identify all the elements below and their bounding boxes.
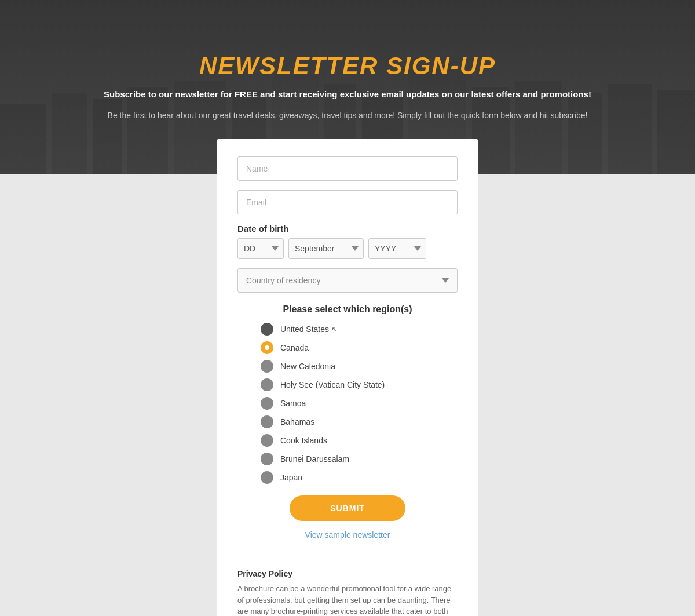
region-label: Cook Islands xyxy=(280,436,327,445)
signup-form-card: Date of birth DD 123 JanuaryFebruaryMarc… xyxy=(217,139,478,616)
hero-title: NEWSLETTER SIGN-UP xyxy=(104,52,591,80)
region-item[interactable]: Cook Islands xyxy=(261,434,458,447)
radio-circle xyxy=(261,341,273,354)
cursor-indicator: ↖ xyxy=(331,325,338,334)
radio-circle xyxy=(261,434,273,447)
hero-subtitle: Subscribe to our newsletter for FREE and… xyxy=(104,88,591,101)
radio-circle xyxy=(261,415,273,428)
email-input[interactable] xyxy=(237,190,458,214)
country-select[interactable]: Country of residency xyxy=(237,268,458,293)
region-item[interactable]: Samoa xyxy=(261,397,458,410)
region-item[interactable]: United States↖ xyxy=(261,323,458,336)
dob-day-select[interactable]: DD 123 xyxy=(237,238,284,259)
privacy-text: A brochure can be a wonderful promotiona… xyxy=(237,583,458,616)
dob-group: Date of birth DD 123 JanuaryFebruaryMarc… xyxy=(237,224,458,259)
chevron-down-icon xyxy=(442,278,449,283)
radio-circle xyxy=(261,323,273,336)
region-label: Holy See (Vatican City State) xyxy=(280,380,385,389)
region-item[interactable]: Bahamas xyxy=(261,415,458,428)
hero-description: Be the first to hear about our great tra… xyxy=(104,110,591,122)
email-field-group xyxy=(237,190,458,214)
region-item[interactable]: Japan xyxy=(261,471,458,484)
region-label: Canada xyxy=(280,343,309,352)
dob-selects: DD 123 JanuaryFebruaryMarch AprilMayJune… xyxy=(237,238,458,259)
radio-circle xyxy=(261,397,273,410)
radio-circle xyxy=(261,453,273,465)
hero-content: NEWSLETTER SIGN-UP Subscribe to our news… xyxy=(92,41,603,133)
region-label: New Caledonia xyxy=(280,362,335,371)
dob-month-select[interactable]: JanuaryFebruaryMarch AprilMayJune JulyAu… xyxy=(288,238,364,259)
region-list: United States↖CanadaNew CaledoniaHoly Se… xyxy=(261,323,458,484)
country-select-label: Country of residency xyxy=(246,276,320,285)
privacy-section: Privacy Policy A brochure can be a wonde… xyxy=(237,557,458,616)
name-input[interactable] xyxy=(237,156,458,181)
region-item[interactable]: Brunei Darussalam xyxy=(261,453,458,465)
region-item[interactable]: New Caledonia xyxy=(261,360,458,373)
submit-button[interactable]: SUBMIT xyxy=(290,495,405,521)
region-label: Japan xyxy=(280,473,302,482)
region-item[interactable]: Holy See (Vatican City State) xyxy=(261,378,458,391)
radio-circle xyxy=(261,471,273,484)
region-label: Samoa xyxy=(280,399,306,408)
region-item[interactable]: Canada xyxy=(261,341,458,354)
radio-circle xyxy=(261,360,273,373)
region-label: Brunei Darussalam xyxy=(280,454,349,464)
page-body: Date of birth DD 123 JanuaryFebruaryMarc… xyxy=(0,174,695,616)
region-label: Bahamas xyxy=(280,417,314,427)
sample-newsletter-link[interactable]: View sample newsletter xyxy=(237,530,458,540)
dob-label: Date of birth xyxy=(237,224,458,234)
name-field-group xyxy=(237,156,458,181)
region-section: Please select which region(s) United Sta… xyxy=(237,304,458,484)
privacy-title: Privacy Policy xyxy=(237,569,458,578)
dob-year-select[interactable]: YYYY 200019991998 xyxy=(368,238,426,259)
region-label: United States xyxy=(280,325,329,334)
radio-circle xyxy=(261,378,273,391)
region-title: Please select which region(s) xyxy=(237,304,458,315)
